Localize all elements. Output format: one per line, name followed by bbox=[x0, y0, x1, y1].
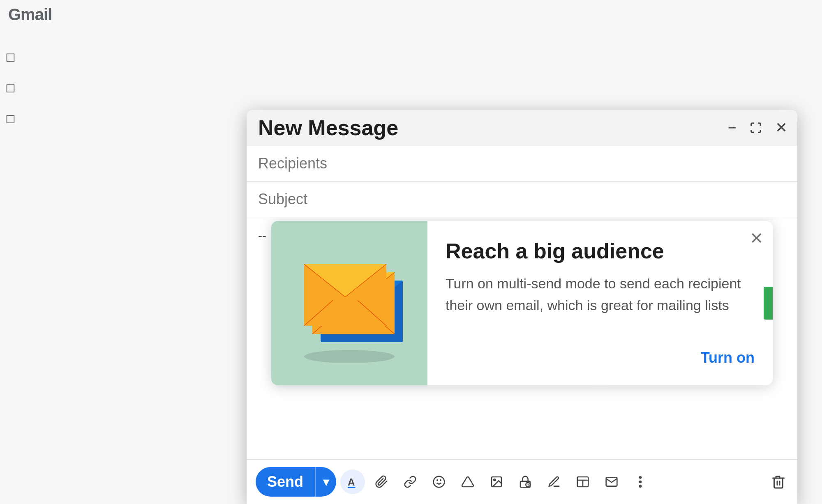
gmail-logo: Gmail bbox=[8, 5, 52, 24]
sidebar-icon-3: ◻ bbox=[5, 111, 16, 125]
tooltip-text-area: Reach a big audience Turn on multi-send … bbox=[446, 238, 755, 316]
delete-button[interactable] bbox=[769, 472, 788, 492]
template-button[interactable] bbox=[570, 469, 595, 494]
left-sidebar: ◻ ◻ ◻ bbox=[0, 41, 21, 125]
send-arrow: ▾ bbox=[316, 475, 336, 489]
gmail-background: Gmail ◻ ◻ ◻ New Message − ✕ bbox=[0, 0, 822, 504]
tooltip-card: ✕ Reach a big audience Turn on multi-sen… bbox=[271, 221, 773, 385]
compose-header-actions: − ✕ bbox=[725, 118, 790, 138]
svg-point-23 bbox=[494, 479, 495, 481]
mail-icon-button[interactable] bbox=[599, 469, 624, 494]
minimize-button[interactable]: − bbox=[725, 118, 739, 138]
image-button[interactable] bbox=[484, 469, 509, 494]
recipients-field bbox=[247, 146, 797, 182]
tooltip-description: Turn on multi-send mode to send each rec… bbox=[446, 273, 755, 316]
subject-input[interactable] bbox=[258, 191, 786, 208]
svg-rect-18 bbox=[348, 487, 356, 488]
more-options-button[interactable] bbox=[628, 469, 653, 494]
drive-button[interactable] bbox=[455, 469, 480, 494]
gmail-header: Gmail bbox=[0, 0, 822, 29]
svg-point-29 bbox=[639, 476, 642, 479]
tooltip-close-button[interactable]: ✕ bbox=[750, 230, 764, 246]
send-label: Send bbox=[256, 473, 315, 490]
compose-body[interactable]: -- bbox=[247, 217, 797, 459]
link-button[interactable] bbox=[398, 469, 423, 494]
green-strip bbox=[764, 287, 773, 320]
send-button[interactable]: Send ▾ bbox=[256, 467, 336, 497]
signature: -- bbox=[258, 229, 266, 243]
tooltip-image bbox=[271, 221, 427, 385]
tooltip-title: Reach a big audience bbox=[446, 238, 755, 264]
compose-header: New Message − ✕ bbox=[247, 110, 797, 146]
tooltip-action-area: Turn on bbox=[446, 346, 755, 370]
svg-point-19 bbox=[434, 476, 445, 488]
svg-point-30 bbox=[639, 481, 642, 483]
compose-title: New Message bbox=[258, 115, 398, 140]
sidebar-icon-2: ◻ bbox=[5, 80, 16, 94]
confidential-button[interactable] bbox=[513, 469, 538, 494]
close-button[interactable]: ✕ bbox=[773, 118, 790, 138]
recipients-input[interactable] bbox=[258, 155, 786, 172]
compose-window: New Message − ✕ -- bbox=[247, 110, 797, 504]
svg-point-31 bbox=[639, 485, 642, 488]
formatting-button[interactable]: A bbox=[340, 469, 365, 494]
svg-point-16 bbox=[304, 350, 395, 363]
sidebar-icon-1: ◻ bbox=[5, 49, 16, 64]
emoji-button[interactable] bbox=[427, 469, 451, 494]
signature-button[interactable] bbox=[542, 469, 566, 494]
tooltip-content: ✕ Reach a big audience Turn on multi-sen… bbox=[427, 221, 773, 385]
turn-on-button[interactable]: Turn on bbox=[701, 346, 755, 370]
subject-field bbox=[247, 182, 797, 217]
expand-button[interactable] bbox=[747, 119, 764, 136]
compose-toolbar: Send ▾ A bbox=[247, 459, 797, 504]
svg-text:A: A bbox=[348, 476, 355, 488]
attach-button[interactable] bbox=[369, 469, 394, 494]
